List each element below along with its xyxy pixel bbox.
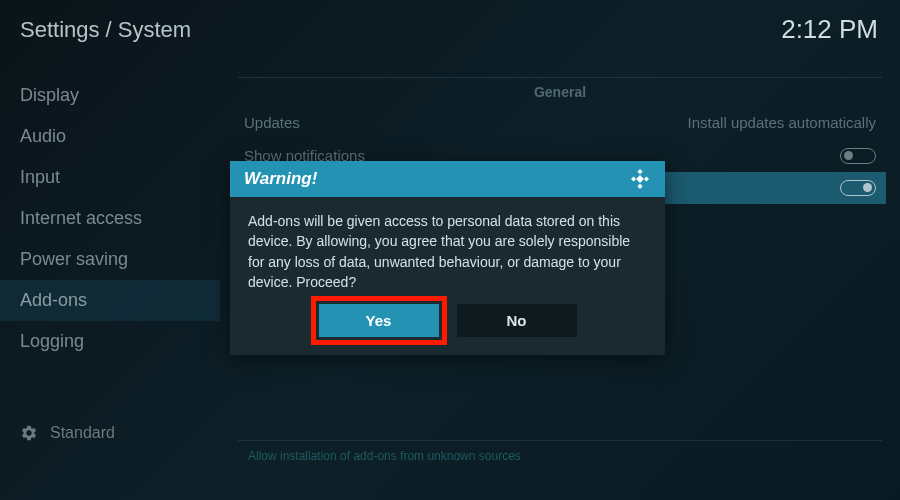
breadcrumb: Settings / System bbox=[20, 17, 191, 43]
section-title: General bbox=[238, 78, 882, 106]
toggle-off-icon[interactable] bbox=[840, 148, 876, 164]
header: Settings / System 2:12 PM bbox=[0, 0, 900, 55]
svg-rect-4 bbox=[636, 175, 644, 183]
setting-row-updates[interactable]: Updates Install updates automatically bbox=[238, 106, 882, 139]
no-button-label: No bbox=[507, 312, 527, 329]
sidebar-item-display[interactable]: Display bbox=[0, 75, 220, 116]
svg-rect-2 bbox=[644, 176, 649, 181]
sidebar-item-internet-access[interactable]: Internet access bbox=[0, 198, 220, 239]
sidebar: Display Audio Input Internet access Powe… bbox=[0, 55, 220, 499]
sidebar-item-logging[interactable]: Logging bbox=[0, 321, 220, 362]
clock: 2:12 PM bbox=[781, 14, 878, 45]
dialog-header: Warning! bbox=[230, 161, 665, 197]
warning-dialog: Warning! Add-ons will be given access to… bbox=[230, 161, 665, 355]
dialog-message: Add-ons will be given access to personal… bbox=[230, 197, 665, 304]
setting-value: Install updates automatically bbox=[688, 114, 876, 131]
footer-hint: Allow installation of add-ons from unkno… bbox=[248, 449, 521, 463]
gear-icon bbox=[20, 424, 38, 442]
divider bbox=[238, 440, 882, 441]
svg-rect-1 bbox=[631, 176, 636, 181]
toggle-on-icon[interactable] bbox=[840, 180, 876, 196]
sidebar-item-audio[interactable]: Audio bbox=[0, 116, 220, 157]
sidebar-item-power-saving[interactable]: Power saving bbox=[0, 239, 220, 280]
yes-button-label: Yes bbox=[366, 312, 392, 329]
setting-label: Updates bbox=[244, 114, 300, 131]
dialog-title: Warning! bbox=[244, 169, 317, 189]
yes-button[interactable]: Yes bbox=[319, 304, 439, 337]
settings-level-selector[interactable]: Standard bbox=[0, 414, 135, 452]
sidebar-item-input[interactable]: Input bbox=[0, 157, 220, 198]
svg-rect-3 bbox=[637, 184, 642, 189]
settings-level-label: Standard bbox=[50, 424, 115, 442]
dialog-buttons: Yes No bbox=[230, 304, 665, 355]
no-button[interactable]: No bbox=[457, 304, 577, 337]
sidebar-item-add-ons[interactable]: Add-ons bbox=[0, 280, 220, 321]
kodi-logo-icon bbox=[629, 168, 651, 190]
svg-rect-0 bbox=[637, 169, 642, 174]
